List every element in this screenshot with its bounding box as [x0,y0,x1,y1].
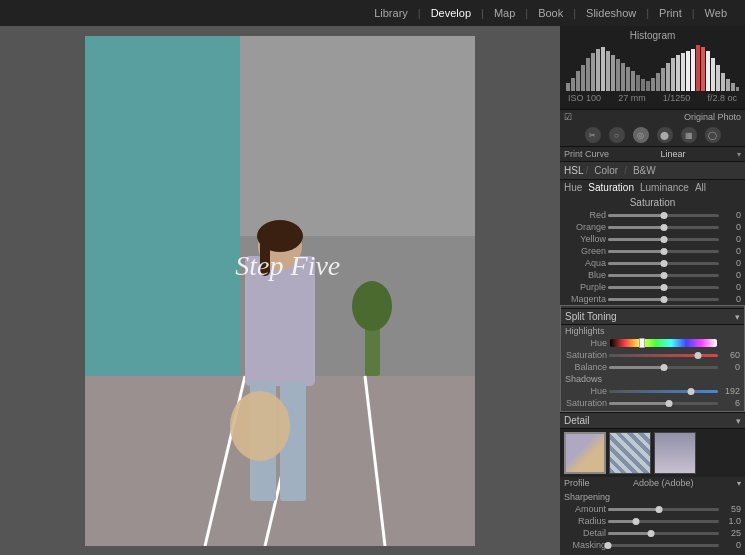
svg-rect-36 [666,63,670,91]
radial-tool-icon[interactable]: ◯ [705,127,721,143]
sat-red-track[interactable] [608,214,719,217]
svg-point-15 [352,281,392,331]
sat-magenta-label: Magenta [564,294,606,304]
nav-book[interactable]: Book [530,7,571,19]
balance-label: Balance [565,362,607,372]
sharp-amount-track[interactable] [608,508,719,511]
svg-rect-22 [596,49,600,91]
sharp-detail-value: 25 [721,528,741,538]
sat-yellow-value: 0 [721,234,741,244]
svg-rect-28 [626,67,630,91]
nav-print[interactable]: Print [651,7,690,19]
split-toning-panel: Split Toning ▾ Highlights Hue Saturation… [560,305,745,412]
sat-orange-row: Orange 0 [560,221,745,233]
sat-magenta-track[interactable] [608,298,719,301]
saturation-section-label: Saturation [560,195,745,209]
highlights-sat-value: 60 [720,350,740,360]
svg-rect-16 [566,83,570,91]
svg-rect-33 [651,78,655,91]
sat-orange-label: Orange [564,222,606,232]
sharp-masking-track[interactable] [608,544,719,547]
nav-library[interactable]: Library [366,7,416,19]
print-curve-value[interactable]: Linear [660,149,685,159]
highlights-sat-row: Saturation 60 [561,349,744,361]
hsl-tab-color[interactable]: Color [594,165,618,176]
shadows-sat-value: 6 [720,398,740,408]
sat-aqua-track[interactable] [608,262,719,265]
svg-rect-17 [571,78,575,91]
highlights-sat-track[interactable] [609,354,718,357]
profile-arrow[interactable]: ▾ [737,479,741,488]
photo-area: Step Five [0,26,560,555]
sharp-radius-row: Radius 1.0 [560,515,745,527]
svg-rect-35 [661,68,665,91]
checkbox-icon[interactable]: ☑ [564,112,572,122]
histogram-title: Histogram [566,30,739,41]
sat-purple-value: 0 [721,282,741,292]
sat-green-value: 0 [721,246,741,256]
print-curve-arrow[interactable]: ▾ [737,150,741,159]
hsl-tab-bw[interactable]: B&W [633,165,656,176]
sat-purple-track[interactable] [608,286,719,289]
sat-orange-track[interactable] [608,226,719,229]
shadows-sat-track[interactable] [609,402,718,405]
sat-magenta-row: Magenta 0 [560,293,745,305]
split-toning-arrow: ▾ [735,312,740,322]
highlights-hue-bar[interactable] [610,339,717,347]
sat-green-track[interactable] [608,250,719,253]
svg-rect-44 [706,51,710,91]
svg-rect-46 [716,65,720,91]
detail-header[interactable]: Detail ▾ [560,412,745,428]
crop-tool-icon[interactable]: ✂ [585,127,601,143]
sat-purple-label: Purple [564,282,606,292]
thumbnail-2[interactable] [609,432,651,474]
tool-icons-row: ✂ ○ ◎ ⬤ ▦ ◯ [560,124,745,147]
sat-green-label: Green [564,246,606,256]
shadows-hue-label: Hue [565,386,607,396]
thumbnail-3[interactable] [654,432,696,474]
profile-row: Profile Adobe (Adobe) ▾ [560,477,745,489]
nav-sep-3: | [525,7,528,19]
brush-tool-icon[interactable]: ⬤ [657,127,673,143]
sharp-masking-value: 0 [721,540,741,550]
hsl-sub-luminance[interactable]: Luminance [640,182,689,193]
sat-yellow-label: Yellow [564,234,606,244]
nav-slideshow[interactable]: Slideshow [578,7,644,19]
sharp-detail-track[interactable] [608,532,719,535]
thumbnail-1[interactable] [564,432,606,474]
shadows-sat-label: Saturation [565,398,607,408]
nav-map[interactable]: Map [486,7,523,19]
nav-web[interactable]: Web [697,7,735,19]
hsl-sub-hue[interactable]: Hue [564,182,582,193]
hsl-sub-saturation[interactable]: Saturation [588,182,634,193]
split-toning-header[interactable]: Split Toning ▾ [561,308,744,325]
svg-rect-18 [576,71,580,91]
svg-rect-47 [721,73,725,91]
hsl-label: HSL [564,165,583,176]
nav-develop[interactable]: Develop [423,7,479,19]
balance-row: Balance 0 [561,361,744,373]
sharp-radius-value: 1.0 [721,516,741,526]
hsl-tabs: Color / B&W [594,165,655,176]
balance-track[interactable] [609,366,718,369]
svg-rect-20 [586,58,590,91]
hsl-header: HSL / Color / B&W [560,162,745,180]
shutter-value: 1/1250 [663,93,691,103]
profile-value[interactable]: Adobe (Adobe) [633,478,694,488]
sharp-amount-row: Amount 59 [560,503,745,515]
hsl-sub-all[interactable]: All [695,182,706,193]
svg-rect-38 [676,55,680,91]
sharp-radius-track[interactable] [608,520,719,523]
redeye-tool-icon[interactable]: ◎ [633,127,649,143]
step-five-label: Step Five [235,250,340,282]
sharp-amount-label: Amount [564,504,606,514]
sat-red-row: Red 0 [560,209,745,221]
sat-blue-track[interactable] [608,274,719,277]
gradient-tool-icon[interactable]: ▦ [681,127,697,143]
spot-tool-icon[interactable]: ○ [609,127,625,143]
nav-sep-5: | [646,7,649,19]
sat-yellow-track[interactable] [608,238,719,241]
detail-label: Detail [564,415,590,426]
sat-aqua-value: 0 [721,258,741,268]
shadows-hue-track[interactable] [609,390,718,393]
